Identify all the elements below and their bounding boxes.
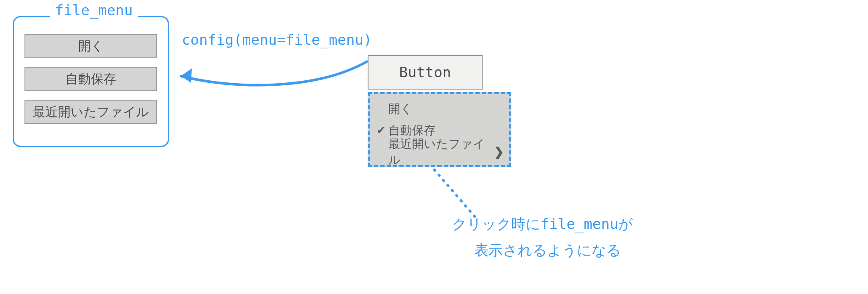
- note-line-2: 表示されるようになる: [474, 241, 621, 260]
- menu-item-label: 最近開いたファイル: [33, 103, 149, 121]
- menu-item-label: 自動保存: [66, 71, 116, 88]
- note-code: file_menu: [540, 215, 618, 232]
- svg-line-1: [434, 170, 477, 219]
- svg-marker-0: [181, 68, 192, 83]
- button-widget[interactable]: Button: [368, 55, 483, 90]
- dropdown-item-recent[interactable]: 最近開いたファイル ❯: [370, 142, 509, 162]
- check-icon: ✔: [374, 124, 388, 137]
- dropdown-item-open[interactable]: 開く: [370, 99, 509, 119]
- dropdown-item-label: 開く: [388, 101, 492, 117]
- note-text: クリック時に: [452, 216, 540, 232]
- dropdown-item-label: 最近開いたファイル: [388, 136, 492, 168]
- chevron-right-icon: ❯: [492, 145, 505, 159]
- menu-item-autosave[interactable]: 自動保存: [25, 67, 157, 91]
- config-arrow: [168, 50, 371, 96]
- note-line-1: クリック時にfile_menuが: [452, 215, 633, 234]
- file-menu-legend: file_menu: [50, 2, 138, 19]
- menu-item-recent[interactable]: 最近開いたファイル: [25, 100, 157, 124]
- menu-item-open[interactable]: 開く: [25, 34, 157, 58]
- button-label: Button: [399, 64, 451, 81]
- config-label: config(menu=file_menu): [182, 31, 372, 48]
- dropdown-popup: 開く ✔ 自動保存 最近開いたファイル ❯: [368, 92, 511, 167]
- note-text: が: [618, 216, 633, 232]
- menu-item-label: 開く: [78, 38, 104, 55]
